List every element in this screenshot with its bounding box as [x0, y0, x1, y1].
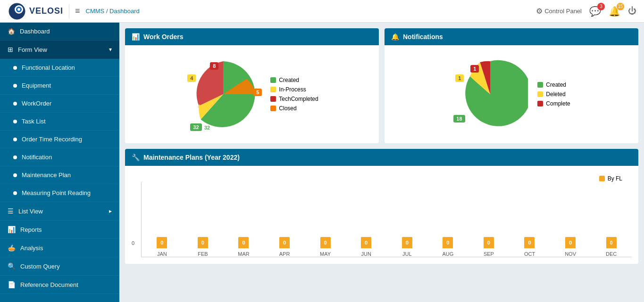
- legend-dot-created: [270, 77, 276, 83]
- dot-icon: [13, 66, 17, 70]
- sidebar-label-workorder: WorkOrder: [22, 100, 112, 107]
- pie-chart-icon: 🥧: [8, 244, 16, 252]
- breadcrumb-app: CMMS: [86, 8, 105, 15]
- sidebar-item-list-view[interactable]: ☰ List View ▸: [0, 202, 119, 220]
- topbar-right: ⚙ Control Panel 💬 3 🔔 15 ⏻: [536, 6, 636, 17]
- notifications-title: Notifications: [403, 33, 443, 41]
- sidebar-item-equipment[interactable]: Equipment: [0, 77, 119, 95]
- sidebar-item-functional-location[interactable]: Functional Location: [0, 59, 119, 77]
- legend-item-closed: Closed: [270, 105, 318, 112]
- wo-created-badge: 32: [190, 123, 201, 131]
- bar-month-label-jan: JAN: [157, 251, 167, 257]
- logo: VELOSI: [8, 3, 63, 20]
- bar-legend-box: [599, 176, 605, 181]
- topbar: VELOSI ≡ CMMS / Dashboard ⚙ Control Pane…: [0, 0, 644, 23]
- dot-icon: [13, 191, 17, 195]
- maintenance-plans-body: By FL 0 0JAN0FEB0MAR0APR0MAY0JUN0JUL0AUG…: [125, 166, 638, 264]
- work-orders-icon: 📊: [132, 33, 140, 41]
- sidebar-item-dashboard[interactable]: 🏠 Dashboard: [0, 23, 119, 41]
- sidebar-item-order-time-recording[interactable]: Order Time Recording: [0, 131, 119, 148]
- sidebar-label-list-view: List View: [18, 208, 104, 215]
- grid-icon: ⊞: [8, 46, 13, 53]
- gear-icon: ⚙: [536, 7, 543, 16]
- main-layout: 🏠 Dashboard ⊞ Form View ▾ Functional Loc…: [0, 23, 644, 302]
- bar-value-nov: 0: [565, 237, 576, 248]
- sidebar-label-equipment: Equipment: [22, 82, 112, 89]
- wo-inprocess-badge: 4: [187, 74, 196, 82]
- legend-label-created: Created: [279, 77, 299, 83]
- bar-group-sep: 0SEP: [468, 237, 510, 257]
- sidebar-item-form-view[interactable]: ⊞ Form View ▾: [0, 41, 119, 59]
- bar-group-jan: 0JAN: [142, 237, 183, 257]
- bars-container: 0JAN0FEB0MAR0APR0MAY0JUN0JUL0AUG0SEP0OCT…: [141, 182, 632, 257]
- notif-dot-deleted: [537, 91, 543, 97]
- sidebar-label-analysis: Analysis: [20, 245, 112, 252]
- notifications-body: 18 1 1 Created Deleted: [385, 45, 638, 143]
- sidebar-item-analysis[interactable]: 🥧 Analysis: [0, 239, 119, 257]
- sidebar-item-reports[interactable]: 📊 Reports: [0, 220, 119, 239]
- maintenance-plans-card: 🔧 Maintenance Plans (Year 2022) By FL 0 …: [125, 149, 638, 264]
- sidebar-label-custom-query: Custom Query: [20, 263, 112, 270]
- bar-chart-icon: 📊: [8, 226, 16, 233]
- notif-created-badge: 18: [453, 115, 465, 122]
- bar-value-sep: 0: [484, 237, 494, 248]
- bar-chart-legend: By FL: [132, 172, 632, 182]
- query-icon: 🔍: [8, 262, 16, 270]
- legend-item-techcompleted: TechCompleted: [270, 96, 318, 102]
- maintenance-title: Maintenance Plans (Year 2022): [143, 154, 240, 161]
- sidebar-label-form-view: Form View: [18, 46, 104, 53]
- notifications-card: 🔔 Notifications: [385, 28, 638, 143]
- svg-text:4: 4: [198, 104, 201, 109]
- sidebar-item-measuring-point[interactable]: Measuring Point Reading: [0, 184, 119, 202]
- content-area: 📊 Work Orders: [119, 23, 644, 302]
- y-axis-zero: 0: [132, 240, 134, 246]
- bar-group-jul: 0JUL: [386, 237, 427, 257]
- chevron-down-icon: ▾: [109, 46, 112, 53]
- topbar-left: VELOSI ≡ CMMS / Dashboard: [8, 3, 140, 20]
- sidebar-label-order-time-recording: Order Time Recording: [22, 136, 112, 143]
- bar-value-jul: 0: [402, 237, 412, 248]
- bar-value-dec: 0: [606, 237, 617, 248]
- work-orders-card: 📊 Work Orders: [125, 28, 379, 143]
- bar-value-apr: 0: [279, 237, 290, 248]
- notif-complete-badge: 1: [470, 65, 479, 73]
- alert-button[interactable]: 🔔 15: [609, 6, 620, 17]
- sidebar-label-functional-location: Functional Location: [22, 64, 112, 71]
- bar-month-label-may: MAY: [320, 251, 331, 257]
- bar-month-label-nov: NOV: [565, 251, 576, 257]
- sidebar-item-workorder[interactable]: WorkOrder: [0, 95, 119, 113]
- hamburger-icon[interactable]: ≡: [75, 6, 80, 16]
- notifications-pie-section: 18 1 1 Created Deleted: [391, 52, 632, 137]
- bar-month-label-jun: JUN: [361, 251, 371, 257]
- dot-icon: [13, 102, 17, 106]
- sidebar-item-reference-doc[interactable]: 📄 Reference Document: [0, 276, 119, 294]
- by-fl-label: By FL: [608, 175, 622, 182]
- legend-dot-closed: [270, 106, 276, 111]
- notif-dot-complete: [537, 101, 543, 106]
- bar-group-jun: 0JUN: [346, 237, 387, 257]
- power-icon[interactable]: ⏻: [628, 6, 636, 16]
- sidebar-item-maintenance-plan[interactable]: Maintenance Plan: [0, 166, 119, 184]
- bar-month-label-aug: AUG: [442, 251, 453, 257]
- wo-closed-badge: 5: [253, 89, 262, 96]
- logo-text: VELOSI: [29, 6, 63, 16]
- bar-value-feb: 0: [198, 237, 208, 248]
- dot-icon: [13, 84, 17, 88]
- svg-text:32: 32: [204, 125, 210, 131]
- sidebar-item-task-list[interactable]: Task List: [0, 113, 119, 131]
- dot-icon: [13, 120, 17, 123]
- bar-value-mar: 0: [238, 237, 249, 248]
- legend-item-inprocess: In-Process: [270, 86, 318, 93]
- chat-button[interactable]: 💬 3: [589, 6, 601, 17]
- control-panel-button[interactable]: ⚙ Control Panel: [536, 7, 582, 16]
- legend-dot-techcompleted: [270, 96, 276, 102]
- bar-group-feb: 0FEB: [183, 237, 224, 257]
- sidebar-item-notification[interactable]: Notification: [0, 148, 119, 166]
- bar-value-jan: 0: [157, 237, 167, 248]
- chat-badge: 3: [597, 3, 605, 10]
- notif-label-complete: Complete: [546, 100, 570, 107]
- notif-deleted-badge: 1: [455, 74, 464, 82]
- dot-icon: [13, 173, 17, 177]
- sidebar-item-custom-query[interactable]: 🔍 Custom Query: [0, 257, 119, 276]
- work-orders-header: 📊 Work Orders: [125, 28, 379, 45]
